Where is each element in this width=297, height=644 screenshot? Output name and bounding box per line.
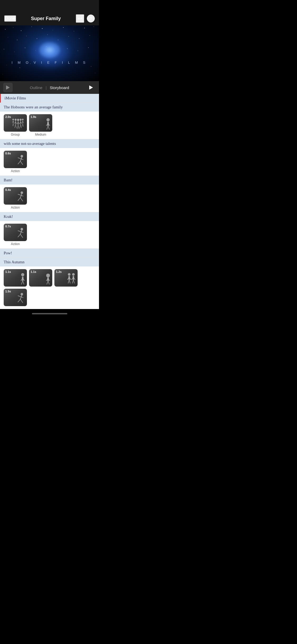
svg-line-57 (21, 125, 22, 128)
svg-point-19 (4, 49, 4, 49)
tab-outline[interactable]: Outline (27, 84, 46, 91)
tab-group: Outline | Storyboard (27, 84, 72, 91)
svg-line-115 (18, 299, 21, 302)
svg-point-88 (21, 273, 24, 276)
video-preview[interactable]: I M O V I E F I L M S (0, 25, 99, 81)
svg-line-110 (73, 280, 74, 283)
svg-line-77 (20, 194, 22, 198)
svg-line-86 (18, 234, 21, 237)
scene-text-row[interactable]: The Hobsons were an average family (0, 103, 99, 112)
scene-text-row[interactable]: This Autumn (0, 258, 99, 266)
svg-point-34 (12, 119, 14, 120)
shot-duration: 0.6s (5, 152, 11, 155)
scene-text-row[interactable]: Bam! (0, 176, 99, 185)
shot-label: Action (11, 242, 20, 246)
svg-line-80 (18, 198, 21, 201)
svg-line-71 (20, 158, 22, 161)
svg-point-6 (63, 27, 64, 28)
shot-item[interactable]: 1.1s (29, 269, 52, 287)
svg-point-7 (74, 31, 74, 31)
scene-text: The Hobsons were an average family (0, 103, 99, 112)
shot-thumbnail: 1.9s (29, 114, 52, 132)
svg-line-98 (48, 281, 49, 284)
shot-item[interactable]: 2.0s (4, 114, 27, 136)
svg-line-45 (16, 125, 17, 128)
svg-line-44 (15, 125, 16, 128)
status-bar (0, 0, 99, 12)
shot-item[interactable]: 1.5s (4, 289, 27, 306)
svg-point-9 (93, 26, 94, 27)
svg-point-16 (68, 36, 69, 37)
run-figure-icon (15, 154, 25, 166)
scene-text-row[interactable]: iMovie Films (0, 94, 99, 103)
svg-point-29 (20, 67, 20, 68)
svg-line-51 (18, 126, 19, 129)
svg-point-12 (26, 36, 27, 36)
undo-button[interactable]: ↩ (76, 14, 84, 23)
scene-text-row[interactable]: Pow! (0, 249, 99, 257)
shots-row: 2.0s (0, 112, 99, 139)
shot-label: Medium (35, 133, 46, 136)
svg-line-72 (18, 158, 21, 159)
group-figure-icon (11, 118, 25, 130)
svg-line-109 (72, 280, 73, 283)
center-glow (39, 42, 60, 58)
scene-text: Pow! (0, 249, 99, 257)
svg-line-75 (20, 161, 23, 165)
shot-thumbnail: 0.4s (4, 187, 27, 205)
bottom-bar (0, 309, 99, 318)
scene-text-row[interactable]: with some not-so-average talents (0, 139, 99, 148)
scene-text: iMovie Films (1, 94, 99, 103)
home-indicator (32, 313, 67, 314)
shot-thumbnail: 1.2s (54, 269, 78, 287)
scene-text: with some not-so-average talents (0, 139, 99, 148)
svg-point-20 (14, 52, 15, 52)
run-figure-icon (15, 292, 25, 304)
svg-line-74 (18, 161, 21, 164)
svg-line-83 (20, 231, 22, 234)
svg-line-39 (13, 124, 14, 126)
help-icon: ? (90, 16, 92, 21)
run-figure-icon (15, 191, 25, 203)
shot-figure (15, 292, 25, 305)
svg-point-26 (78, 50, 78, 51)
shots-row: 0.6s Action (0, 148, 99, 176)
svg-point-46 (17, 119, 19, 121)
scene-text-row[interactable]: Krak! (0, 212, 99, 221)
shot-duration: 2.0s (5, 115, 11, 118)
shot-item[interactable]: 0.4s Action (4, 187, 27, 209)
nav-bar: Done Super Family ↩ ? (0, 12, 99, 25)
shot-item[interactable]: 1.9s Medium (29, 114, 52, 136)
single-figure-icon (45, 118, 51, 130)
shot-item[interactable]: 0.6s Action (4, 151, 27, 173)
shot-duration: 1.1s (31, 270, 36, 273)
done-button[interactable]: Done (4, 15, 16, 22)
shot-label: Action (11, 169, 20, 173)
play-left-button[interactable] (3, 83, 13, 92)
shot-thumbnail: 1.1s (29, 269, 52, 287)
section-divider (0, 309, 99, 309)
shot-duration: 0.7s (5, 225, 11, 228)
shots-row: 1.1s 1.1s 1.2s 1.5s (0, 266, 99, 309)
svg-line-87 (20, 234, 23, 238)
svg-point-11 (17, 40, 17, 40)
svg-point-14 (47, 34, 48, 35)
shot-figure (20, 273, 25, 286)
shot-item[interactable]: 1.2s (54, 269, 78, 287)
shot-thumbnail: 1.1s (4, 269, 27, 287)
svg-point-32 (2, 74, 3, 74)
play-right-button[interactable] (86, 83, 96, 92)
svg-point-21 (25, 48, 25, 48)
shot-item[interactable]: 0.7s Action (4, 224, 27, 246)
tab-storyboard[interactable]: Storyboard (47, 84, 72, 91)
svg-point-105 (72, 273, 75, 276)
svg-point-58 (22, 119, 23, 120)
shot-item[interactable]: 1.1s (4, 269, 27, 287)
svg-line-97 (47, 281, 48, 284)
group2-figure-icon (67, 273, 76, 284)
shot-duration: 1.9s (31, 115, 36, 118)
content-area: iMovie FilmsThe Hobsons were an average … (0, 94, 99, 309)
help-button[interactable]: ? (87, 15, 95, 22)
shot-figure (45, 118, 51, 131)
shot-duration: 1.2s (56, 270, 62, 273)
